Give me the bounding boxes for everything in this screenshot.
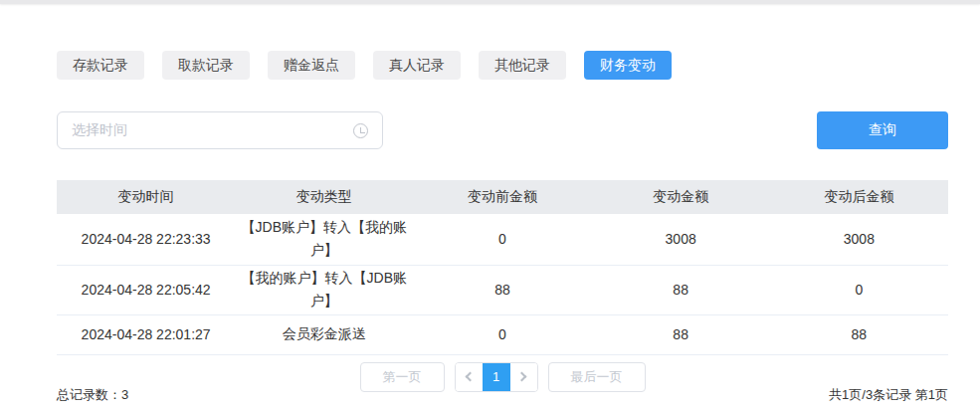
cell-amount-after: 3008 (770, 214, 948, 265)
query-button[interactable]: 查询 (817, 111, 948, 149)
cell-change-amount: 88 (592, 314, 770, 354)
column-header-amount-before: 变动前金额 (413, 180, 591, 214)
cell-change-type: 【我的账户】转入【JDB账户】 (235, 265, 413, 314)
records-panel: 存款记录 取款记录 赠金返点 真人记录 其他记录 财务变动 选择时间 查询 变动… (0, 51, 980, 406)
cell-amount-before: 0 (413, 214, 591, 265)
date-input-placeholder: 选择时间 (72, 121, 353, 139)
cell-amount-after: 88 (770, 314, 948, 354)
table-row: 2024-04-28 22:23:33 【JDB账户】转入【我的账户】 0 30… (57, 214, 948, 265)
cell-change-time: 2024-04-28 22:01:27 (57, 314, 235, 354)
tab-deposit-records[interactable]: 存款记录 (57, 51, 144, 80)
table-row: 2024-04-28 22:05:42 【我的账户】转入【JDB账户】 88 8… (57, 265, 948, 314)
date-range-input[interactable]: 选择时间 (57, 111, 383, 149)
cell-change-time: 2024-04-28 22:23:33 (57, 214, 235, 265)
tab-withdrawal-records[interactable]: 取款记录 (162, 51, 250, 80)
cell-amount-before: 88 (413, 265, 591, 314)
financial-changes-table: 变动时间 变动类型 变动前金额 变动金额 变动后金额 2024-04-28 22… (57, 180, 948, 355)
top-divider-band (0, 0, 980, 4)
tab-live-records[interactable]: 真人记录 (373, 51, 461, 80)
record-tabs: 存款记录 取款记录 赠金返点 真人记录 其他记录 财务变动 (57, 51, 948, 80)
column-header-change-amount: 变动金额 (592, 180, 770, 214)
first-page-button[interactable]: 第一页 (360, 362, 445, 392)
cell-amount-before: 0 (413, 314, 591, 354)
pager-group: 1 (455, 362, 538, 392)
tab-financial-changes[interactable]: 财务变动 (584, 51, 672, 80)
cell-change-amount: 3008 (592, 214, 770, 265)
cell-change-amount: 88 (592, 265, 770, 314)
filter-row: 选择时间 查询 (57, 111, 948, 149)
current-page-button[interactable]: 1 (483, 363, 510, 391)
chevron-left-icon (466, 372, 476, 382)
column-header-amount-after: 变动后金额 (770, 180, 948, 214)
prev-page-button[interactable] (456, 363, 483, 391)
tab-other-records[interactable]: 其他记录 (479, 51, 566, 80)
cell-change-type: 会员彩金派送 (235, 314, 413, 354)
column-header-change-time: 变动时间 (57, 180, 235, 214)
last-page-button[interactable]: 最后一页 (548, 362, 646, 392)
chevron-right-icon (517, 372, 527, 382)
table-row: 2024-04-28 22:01:27 会员彩金派送 0 88 88 (57, 314, 948, 354)
tab-bonus-rebate[interactable]: 赠金返点 (268, 51, 355, 80)
column-header-change-type: 变动类型 (235, 180, 413, 214)
table-header-row: 变动时间 变动类型 变动前金额 变动金额 变动后金额 (57, 180, 948, 214)
clock-icon (353, 123, 368, 138)
cell-amount-after: 0 (770, 265, 948, 314)
total-records-label: 总记录数：3 (57, 386, 128, 404)
bottom-area: 第一页 1 最后一页 总记录数：3 共1页/3条记录 第1页 (57, 362, 948, 406)
page-info-label: 共1页/3条记录 第1页 (829, 386, 948, 404)
pagination: 第一页 1 最后一页 (57, 362, 948, 392)
cell-change-time: 2024-04-28 22:05:42 (57, 265, 235, 314)
cell-change-type: 【JDB账户】转入【我的账户】 (235, 214, 413, 265)
next-page-button[interactable] (510, 363, 537, 391)
